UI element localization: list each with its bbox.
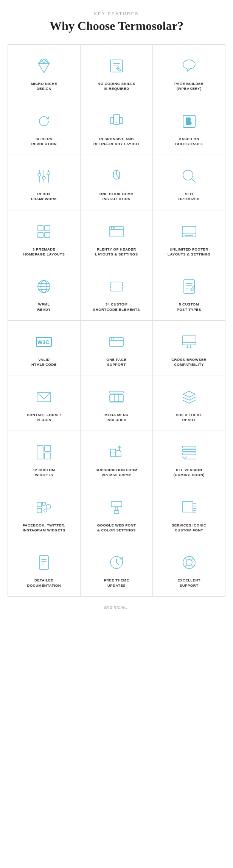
clock-refresh-icon (106, 552, 127, 573)
feature-label-micro-niche: MICRO NICHEDESIGN (31, 81, 57, 91)
svg-line-23 (116, 175, 119, 178)
w3c-icon: W3C (33, 331, 54, 353)
feature-cell-micro-niche: MICRO NICHEDESIGN (8, 45, 81, 100)
svg-point-9 (183, 60, 195, 69)
svg-point-19 (42, 176, 45, 179)
svg-rect-60 (110, 391, 123, 393)
feature-cell-child-theme: CHILD THEMEREADY (153, 376, 225, 431)
feature-cell-seo: SEOOPTIMIZED (153, 155, 225, 210)
svg-rect-75 (182, 453, 196, 455)
feature-label-social-widgets: FACEBOOK, TWITTER,INSTAGRAM WIDGETS (23, 523, 65, 533)
svg-rect-85 (182, 501, 193, 512)
feature-label-shortcodes: 34 CUSTOMSHORTCODE ELEMENTS (93, 302, 140, 312)
feature-label-footer-layouts: UNLIMITED FOOTERLAYOUTS & SETTINGS (168, 247, 210, 257)
feature-cell-bootstrap: BASED ONBOOTSTRAP 3 (153, 100, 225, 155)
mouse-icon (106, 166, 127, 187)
bootstrap-b-icon (179, 111, 200, 132)
feature-label-rtl: RTL VERSION(COMING SOON) (173, 467, 205, 478)
features-grid: MICRO NICHEDESIGNNO CODING SKILLSIS REQU… (8, 44, 225, 597)
svg-point-96 (183, 556, 195, 569)
feature-label-mega-menu: MEGA MENUINCLUDED (104, 412, 128, 423)
feature-label-mailchimp: SUBSCRIPTION FORMVIA MAILCHIMP (96, 467, 138, 478)
envelope-icon (33, 387, 54, 408)
paint-roller-icon (106, 497, 127, 518)
feature-label-contact-form: CONTACT FORM 7PLUGIN (27, 412, 61, 423)
svg-point-52 (111, 338, 112, 339)
feature-cell-rtl: RTL VERSION(COMING SOON) (153, 431, 225, 486)
feature-cell-social-widgets: FACEBOOK, TWITTER,INSTAGRAM WIDGETS (8, 486, 81, 542)
svg-rect-66 (37, 445, 43, 459)
feature-label-post-types: 5 CUSTOMPOST TYPES (177, 302, 201, 312)
feature-label-seo: SEOOPTIMIZED (179, 191, 200, 202)
main-title: Why Choose Termosolar? (8, 19, 225, 33)
svg-rect-61 (110, 395, 123, 401)
svg-marker-65 (183, 391, 195, 397)
feature-cell-support: EXCELLENTSUPPORT (153, 541, 225, 597)
feature-label-theme-updates: FREE THEMEUPDATES (104, 578, 129, 588)
svg-rect-28 (45, 226, 50, 231)
svg-point-33 (111, 227, 112, 229)
widget-grid-icon (33, 442, 54, 463)
diamond-icon (33, 55, 54, 77)
feature-cell-sliders-revolution: SLIDERSREVOLUTION (8, 100, 81, 155)
svg-rect-77 (37, 502, 42, 507)
rtl-lines-icon (179, 442, 200, 463)
feature-label-page-builder: PAGE BUILDER(WPBAKERY) (174, 81, 203, 91)
svg-rect-59 (37, 393, 51, 402)
feature-cell-redux: REDUXFRAMEWORK (8, 155, 81, 210)
dashed-rect-icon (106, 276, 127, 297)
svg-rect-79 (37, 508, 42, 513)
feature-label-child-theme: CHILD THEMEREADY (176, 412, 202, 423)
document-icon (33, 552, 54, 573)
svg-point-81 (44, 509, 47, 512)
svg-rect-13 (120, 118, 123, 124)
feature-cell-mailchimp: SUBSCRIPTION FORMVIA MAILCHIMP (81, 431, 153, 486)
browser-footer-icon (179, 221, 200, 242)
feature-label-one-click-demo: ONE CLICK DEMOINSTALLATION (99, 191, 134, 202)
feature-label-homepage-layouts: 3 PREMADEHOMEPAGE LAYOUTS (23, 247, 65, 257)
feature-cell-shortcodes: 34 CUSTOMSHORTCODE ELEMENTS (81, 265, 153, 321)
sliders-icon (33, 166, 54, 187)
svg-line-98 (185, 559, 187, 560)
search-icon (179, 166, 200, 187)
feature-cell-widgets: 12 CUSTOMWIDGETS (8, 431, 81, 486)
svg-rect-29 (38, 232, 43, 238)
feature-cell-html5: W3CVALIDHTML5 CODE (8, 321, 81, 376)
svg-rect-74 (182, 450, 196, 451)
feature-label-redux: REDUXFRAMEWORK (31, 191, 57, 202)
svg-rect-78 (42, 502, 45, 505)
svg-rect-67 (45, 445, 51, 451)
mobile-icon (106, 111, 127, 132)
lifesaver-icon (179, 552, 200, 573)
monitor-icon (179, 331, 200, 353)
feature-cell-cross-browser: CROSS-BROWSERCOMPATIBILITY (153, 321, 225, 376)
svg-rect-43 (110, 282, 123, 291)
speech-bubble-icon (179, 55, 200, 77)
feature-label-sliders-revolution: SLIDERSREVOLUTION (31, 136, 57, 147)
feature-label-documentation: DETAILEDDOCUMENTATION (27, 578, 61, 588)
feature-label-responsive: RESPONSIVE ANDRETINA-READY LAYOUT (93, 136, 140, 147)
svg-line-101 (191, 565, 193, 566)
svg-rect-73 (182, 446, 196, 448)
feature-cell-no-coding: NO CODING SKILLSIS REQUIRED (81, 45, 153, 100)
feature-cell-footer-layouts: UNLIMITED FOOTERLAYOUTS & SETTINGS (153, 210, 225, 266)
svg-text:W3C: W3C (37, 339, 49, 345)
svg-rect-27 (38, 226, 43, 231)
feature-cell-theme-updates: FREE THEMEUPDATES (81, 541, 153, 597)
svg-rect-12 (110, 118, 113, 124)
feature-cell-contact-form: CONTACT FORM 7PLUGIN (8, 376, 81, 431)
page-wrapper: KEY FEATURES Why Choose Termosolar? MICR… (0, 0, 233, 625)
feature-cell-post-types: 5 CUSTOMPOST TYPES (153, 265, 225, 321)
svg-point-24 (118, 178, 120, 179)
feature-label-header-layouts: PLENTY OF HEADERLAYOUTS & SETTINGS (95, 247, 138, 257)
svg-rect-68 (45, 453, 51, 459)
browser-window-icon (106, 331, 127, 353)
svg-point-18 (38, 173, 41, 176)
browser-header-icon (106, 221, 127, 242)
feature-label-google-fonts: GOOGLE WEB FONT& COLOR SETTINGS (97, 523, 136, 533)
header: KEY FEATURES Why Choose Termosolar? (8, 11, 225, 33)
tools-icon (106, 55, 127, 77)
feature-label-widgets: 12 CUSTOMWIDGETS (33, 467, 55, 478)
svg-point-34 (113, 227, 115, 229)
globe-icon (33, 276, 54, 297)
